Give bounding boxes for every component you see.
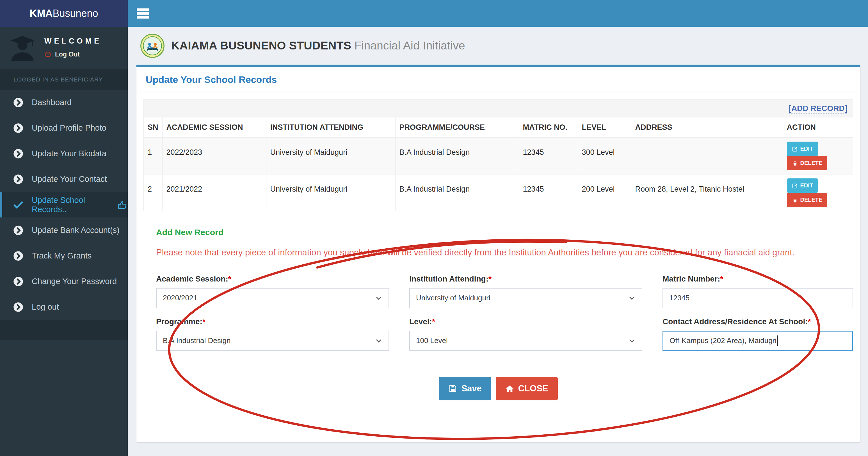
cell-matric: 12345 <box>519 138 578 174</box>
pencil-square-icon <box>792 146 798 152</box>
contact-address-input[interactable]: Off-Kampus (202 Area), Maidugri <box>662 331 853 351</box>
chevron-down-icon <box>375 337 382 344</box>
sidebar-item-label: Update Your Biodata <box>32 149 106 158</box>
add-new-record-heading: Add New Record <box>156 228 853 237</box>
required-asterisk: * <box>808 317 811 326</box>
sidebar-item-label: Change Your Password <box>32 277 117 286</box>
chevron-circle-icon <box>12 174 24 185</box>
sidebar-item-logout[interactable]: Log out <box>0 294 128 320</box>
pencil-square-icon <box>792 182 798 189</box>
sidebar-item-school-records[interactable]: Update School Records.. <box>0 192 128 218</box>
school-records-card: Update Your School Records [ADD RECORD] <box>136 65 861 443</box>
field-academic-session: Academic Session:* 2020/2021 <box>156 275 389 308</box>
cell-address <box>631 138 783 174</box>
cell-institution: University of Maiduguri <box>266 174 395 211</box>
main-area: KAIAMA BUSUNENO STUDENTS Financial Aid I… <box>128 0 868 456</box>
app-window: KMABusuneno WELCOME Log Out LOGGED <box>0 0 868 456</box>
col-header-session: ACADEMIC SESSION <box>162 117 266 138</box>
chevron-circle-icon <box>12 276 24 287</box>
sidebar-item-contact[interactable]: Update Your Contact <box>0 166 128 192</box>
delete-button[interactable]: DELETE <box>787 193 828 207</box>
required-asterisk: * <box>489 275 492 283</box>
sidebar-item-dashboard[interactable]: Dashboard <box>0 90 128 115</box>
page-header: KAIAMA BUSUNENO STUDENTS Financial Aid I… <box>128 27 868 65</box>
field-institution: Institution Attending:* University of Ma… <box>409 275 642 308</box>
page-title-bold: KAIAMA BUSUNENO STUDENTS <box>171 39 351 52</box>
save-button[interactable]: Save <box>439 377 491 400</box>
required-asterisk: * <box>720 275 723 283</box>
page-title-light: Financial Aid Initiative <box>354 39 465 52</box>
col-header-institution: INSTITUTION ATTENDING <box>266 117 395 138</box>
user-logout-link[interactable]: Log Out <box>44 51 102 58</box>
academic-session-select[interactable]: 2020/2021 <box>156 288 389 308</box>
chevron-down-icon <box>375 294 382 302</box>
cell-institution: University of Maiduguri <box>266 138 395 174</box>
cell-sn: 1 <box>144 138 162 174</box>
user-panel-info: WELCOME Log Out <box>44 37 102 58</box>
cell-level: 200 Level <box>578 174 631 211</box>
chevron-down-icon <box>628 337 636 344</box>
col-header-action: ACTION <box>783 117 853 138</box>
card-title: Update Your School Records <box>136 67 860 92</box>
sidebar-section-divider <box>0 320 128 340</box>
cell-matric: 12345 <box>519 174 578 211</box>
organization-logo <box>141 34 164 58</box>
power-icon <box>44 51 52 58</box>
cell-sn: 2 <box>144 174 162 211</box>
required-asterisk: * <box>432 317 435 326</box>
col-header-matric: MATRIC NO. <box>519 117 578 138</box>
brand-light: Busuneno <box>53 7 98 19</box>
cell-programme: B.A Industrial Design <box>395 174 519 211</box>
sidebar: KMABusuneno WELCOME Log Out LOGGED <box>0 0 128 456</box>
sidebar-item-bank-accounts[interactable]: Update Bank Account(s) <box>0 218 128 243</box>
sidebar-item-biodata[interactable]: Update Your Biodata <box>0 141 128 166</box>
field-contact-address: Contact Address/Residence At School:* Of… <box>662 317 853 351</box>
level-select[interactable]: 100 Level <box>409 331 642 351</box>
delete-button[interactable]: DELETE <box>787 156 828 170</box>
edit-button[interactable]: EDIT <box>787 178 818 193</box>
sidebar-item-label: Log out <box>32 302 59 312</box>
form-actions: Save CLOSE <box>136 377 860 400</box>
chevron-circle-icon <box>12 250 24 262</box>
cell-address: Room 28, Level 2, Titanic Hostel <box>631 174 783 211</box>
institution-select[interactable]: University of Maiduguri <box>409 288 642 308</box>
sidebar-item-track-grants[interactable]: Track My Grants <box>0 243 128 268</box>
programme-select[interactable]: B.A Industrial Design <box>156 331 389 351</box>
add-record-link[interactable]: [ADD RECORD] <box>789 104 847 114</box>
matric-number-input[interactable]: 12345 <box>662 288 853 308</box>
sidebar-item-label: Update School Records.. <box>32 196 115 214</box>
cell-level: 300 Level <box>578 138 631 174</box>
field-programme: Programme:* B.A Industrial Design <box>156 317 389 351</box>
chevron-circle-icon <box>12 225 24 236</box>
sidebar-item-label: Dashboard <box>32 98 71 107</box>
floppy-disk-icon <box>448 384 457 393</box>
sidebar-item-label: Upload Profile Photo <box>32 123 106 133</box>
cell-session: 2021/2022 <box>162 174 266 211</box>
sidebar-item-upload-photo[interactable]: Upload Profile Photo <box>0 115 128 141</box>
col-header-level: LEVEL <box>578 117 631 138</box>
required-asterisk: * <box>228 275 231 283</box>
chevron-down-icon <box>628 294 636 302</box>
text-cursor <box>777 336 778 346</box>
logout-label: Log Out <box>55 51 80 58</box>
edit-button[interactable]: EDIT <box>787 142 818 156</box>
welcome-text: WELCOME <box>44 37 102 46</box>
chevron-circle-icon <box>12 148 24 159</box>
home-icon <box>505 384 514 393</box>
sidebar-menu: Dashboard Upload Profile Photo Update Yo… <box>0 90 128 320</box>
graduate-avatar <box>8 33 37 62</box>
records-table-container: [ADD RECORD] SN ACADEMIC SESSION INSTITU… <box>144 99 853 211</box>
sidebar-item-label: Update Bank Account(s) <box>32 226 120 235</box>
brand-bold: KMA <box>29 7 53 19</box>
hamburger-menu-icon[interactable] <box>137 8 149 19</box>
field-level: Level:* 100 Level <box>409 317 642 351</box>
app-logo[interactable]: KMABusuneno <box>0 0 128 27</box>
records-table: [ADD RECORD] SN ACADEMIC SESSION INSTITU… <box>144 99 853 211</box>
sidebar-item-label: Update Your Contact <box>32 174 107 184</box>
trash-icon <box>792 160 798 166</box>
sidebar-item-change-password[interactable]: Change Your Password <box>0 268 128 294</box>
close-button[interactable]: CLOSE <box>496 377 558 400</box>
col-header-address: ADDRESS <box>631 117 783 138</box>
verification-note: Please note that every piece of informat… <box>156 245 853 261</box>
table-row: 2 2021/2022 University of Maiduguri B.A … <box>144 174 853 211</box>
